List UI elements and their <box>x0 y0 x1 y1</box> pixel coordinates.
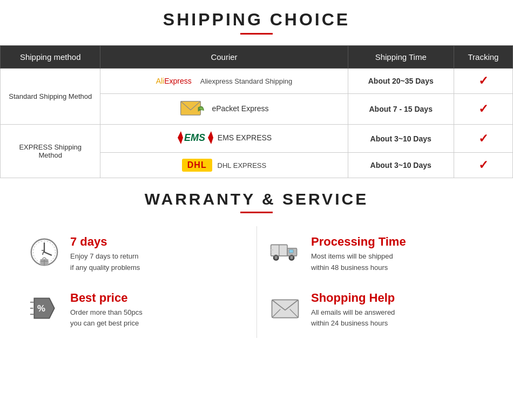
time-dhl: About 3~10 Days <box>348 153 454 178</box>
warranty-item-bestprice: % Best price Order more than 50pcsyou ca… <box>16 282 256 338</box>
tracking-ems: ✓ <box>454 125 512 153</box>
col-tracking: Tracking <box>454 46 512 69</box>
method-express: EXPRESS Shipping Method <box>1 125 100 178</box>
courier-name-dhl: DHL EXPRESS <box>218 161 267 170</box>
warranty-desc-shoppinghelp: All emails will be answeredwithin 24 bus… <box>311 307 395 330</box>
warranty-title-processing: Processing Time <box>311 235 406 249</box>
warranty-content-processing: Processing Time Most items will be shipp… <box>311 235 406 274</box>
svg-point-17 <box>275 256 278 259</box>
courier-epacket: ePacket Express <box>100 94 348 125</box>
aliexpress-logo: AliExpress Aliexpress Standard Shipping <box>156 77 293 85</box>
ali-text: AliExpress <box>156 77 192 85</box>
discount-svg: % <box>29 293 59 323</box>
tracking-aliexpress: ✓ <box>454 69 512 94</box>
warranty-desc-processing: Most items will be shippedwithin 48 busi… <box>311 251 406 274</box>
svg-line-7 <box>44 252 51 255</box>
courier-name-aliexpress: Aliexpress Standard Shipping <box>200 77 293 85</box>
ems-logo: EMS EMS EXPRESS <box>177 130 272 145</box>
courier-ems: EMS EMS EXPRESS <box>100 125 348 153</box>
svg-text:7: 7 <box>41 249 45 256</box>
warranty-title-shoppinghelp: Shopping Help <box>311 291 395 305</box>
mail-svg <box>270 293 300 323</box>
days7-icon: 7 <box>27 235 62 269</box>
svg-point-19 <box>291 256 293 259</box>
table-row: EXPRESS Shipping Method EMS EMS EXPRESS … <box>1 125 513 153</box>
courier-name-ems: EMS EXPRESS <box>218 133 272 142</box>
mail-icon <box>268 291 302 326</box>
warranty-content-days7: 7 days Enjoy 7 days to returnif any qual… <box>70 235 140 274</box>
col-method: Shipping method <box>1 46 100 69</box>
svg-rect-15 <box>289 249 293 253</box>
warranty-grid: 7 7 days Enjoy 7 days to returnif any qu… <box>0 226 513 338</box>
warranty-desc-bestprice: Order more than 50pcsyou can get best pr… <box>70 307 143 330</box>
warranty-desc-days7: Enjoy 7 days to returnif any quality pro… <box>70 251 140 274</box>
time-epacket: About 7 - 15 Days <box>348 94 454 125</box>
svg-marker-1 <box>178 131 183 144</box>
warranty-content-bestprice: Best price Order more than 50pcsyou can … <box>70 291 143 330</box>
col-time: Shipping Time <box>348 46 454 69</box>
tracking-epacket: ✓ <box>454 94 512 125</box>
checkmark-icon: ✓ <box>478 102 488 116</box>
clock7-svg: 7 <box>29 237 59 267</box>
warranty-title-bestprice: Best price <box>70 291 143 305</box>
checkmark-icon: ✓ <box>478 74 488 87</box>
courier-name-epacket: ePacket Express <box>212 104 268 113</box>
dhl-logo: DHL <box>182 159 212 172</box>
epacket-icon <box>180 99 206 119</box>
warranty-item-shoppinghelp: Shopping Help All emails will be answere… <box>256 282 497 338</box>
truck-svg <box>270 237 300 267</box>
warranty-title: WARRANTY & SERVICE <box>0 190 513 208</box>
warranty-title-days7: 7 days <box>70 235 140 249</box>
warranty-section-header: WARRANTY & SERVICE <box>0 178 513 226</box>
warranty-item-processing: Processing Time Most items will be shipp… <box>256 226 497 282</box>
checkmark-icon: ✓ <box>478 132 488 145</box>
courier-aliexpress: AliExpress Aliexpress Standard Shipping <box>100 69 348 94</box>
svg-rect-0 <box>180 101 200 116</box>
warranty-title-underline <box>240 212 273 213</box>
shipping-title-underline <box>240 33 273 35</box>
truck-icon <box>268 235 302 269</box>
svg-marker-3 <box>208 131 213 144</box>
warranty-item-days7: 7 7 days Enjoy 7 days to returnif any qu… <box>16 226 256 282</box>
table-row: Standard Shipping Method AliExpress Alie… <box>1 69 513 94</box>
warranty-content-shoppinghelp: Shopping Help All emails will be answere… <box>311 291 395 330</box>
time-aliexpress: About 20~35 Days <box>348 69 454 94</box>
shipping-section-header: SHIPPING CHOICE <box>0 0 513 45</box>
time-ems: About 3~10 Days <box>348 125 454 153</box>
svg-text:EMS: EMS <box>184 132 205 143</box>
method-standard: Standard Shipping Method <box>1 69 100 125</box>
courier-dhl: DHL DHL EXPRESS <box>100 153 348 178</box>
col-courier: Courier <box>100 46 348 69</box>
discount-icon: % <box>27 291 62 326</box>
shipping-table: Shipping method Courier Shipping Time Tr… <box>0 45 513 178</box>
shipping-title: SHIPPING CHOICE <box>0 10 513 30</box>
svg-text:%: % <box>37 303 45 313</box>
tracking-dhl: ✓ <box>454 153 512 178</box>
table-header-row: Shipping method Courier Shipping Time Tr… <box>1 46 513 69</box>
checkmark-icon: ✓ <box>478 158 488 172</box>
ems-logo-svg: EMS <box>177 130 214 145</box>
